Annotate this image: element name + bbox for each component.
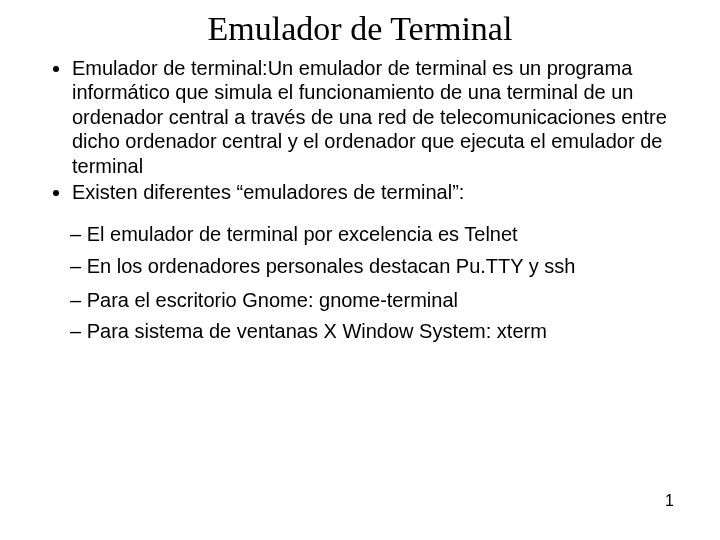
slide: Emulador de Terminal Emulador de termina…: [0, 0, 720, 540]
bullet-list: Emulador de terminal:Un emulador de term…: [40, 56, 680, 204]
sub-bullet-item: En los ordenadores personales destacan P…: [70, 250, 680, 282]
sub-bullet-item: El emulador de terminal por excelencia e…: [70, 218, 680, 250]
bullet-item: Existen diferentes “emuladores de termin…: [72, 180, 680, 204]
sub-bullet-item: Para sistema de ventanas X Window System…: [70, 319, 680, 344]
sub-bullet-list: El emulador de terminal por excelencia e…: [40, 218, 680, 344]
bullet-item: Emulador de terminal:Un emulador de term…: [72, 56, 680, 178]
page-number: 1: [665, 492, 674, 510]
sub-bullet-item: Para el escritorio Gnome: gnome-terminal: [70, 288, 680, 313]
slide-title: Emulador de Terminal: [40, 10, 680, 48]
